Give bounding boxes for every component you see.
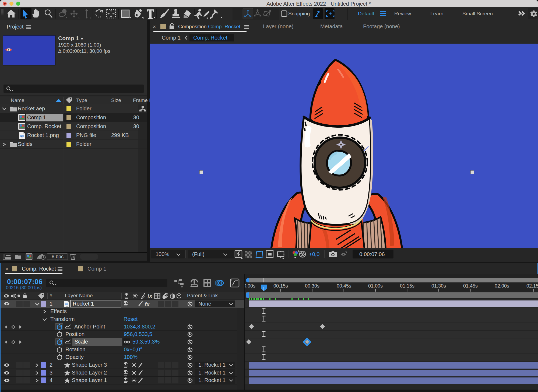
svg-text:fx: fx — [145, 301, 150, 307]
svg-text:fx: fx — [147, 293, 153, 299]
